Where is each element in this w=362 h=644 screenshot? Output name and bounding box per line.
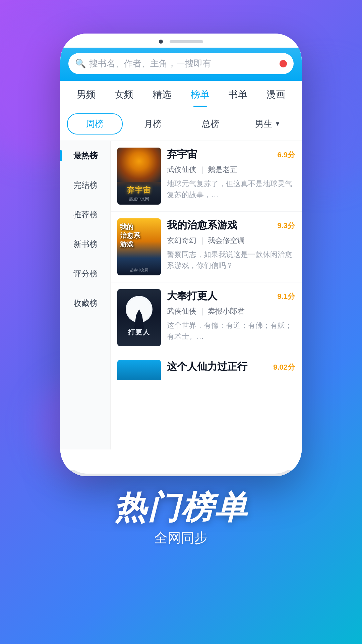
book-desc-2: 警察同志，如果我说这是一款休闲治愈系游戏，你们信吗？ (167, 249, 295, 271)
nav-tabs: 男频 女频 精选 榜单 书单 漫画 (60, 81, 302, 107)
search-record-button[interactable] (280, 60, 287, 67)
book-title-1: 弃宇宙 (167, 148, 197, 161)
sub-tabs: 周榜 月榜 总榜 男生 ▼ (60, 107, 302, 141)
book-title-row-2: 我的治愈系游戏 9.3分 (167, 218, 295, 232)
search-bar[interactable]: 🔍 搜书名、作者、主角，一搜即有 (68, 53, 294, 74)
book-list: 弃宇宙 起点中文网 弃宇宙 6.9分 武侠仙侠 ｜ (111, 141, 302, 449)
book-title-row-1: 弃宇宙 6.9分 (167, 148, 295, 161)
book-title-2: 我的治愈系游戏 (167, 218, 237, 232)
book-info-1: 弃宇宙 6.9分 武侠仙侠 ｜ 鹅是老五 地球元气复苏了，但这真不是地球灵气复苏… (167, 148, 295, 200)
tab-male-frequency[interactable]: 男频 (67, 81, 105, 107)
book-meta-2: 玄幻奇幻 ｜ 我会修空调 (167, 235, 295, 246)
book-desc-3: 这个世界，有儒；有道；有佛；有妖；有术士。… (167, 320, 295, 342)
book-item-2[interactable]: 我的治愈系游戏 起点中文网 我的治愈系游戏 9.3分 玄幻奇幻 ｜ (111, 212, 302, 282)
tab-featured[interactable]: 精选 (143, 81, 181, 107)
book-score-1: 6.9分 (277, 149, 295, 160)
book-cover-2: 我的治愈系游戏 起点中文网 (117, 218, 161, 275)
sub-tab-all-time[interactable]: 总榜 (183, 114, 238, 134)
search-placeholder: 搜书名、作者、主角，一搜即有 (89, 58, 276, 69)
book-meta-3: 武侠仙侠 ｜ 卖报小郎君 (167, 306, 295, 316)
book-cover-3: 打更人 (117, 289, 161, 346)
book-title-row-3: 大奉打更人 9.1分 (167, 289, 295, 303)
search-icon: 🔍 (75, 58, 86, 69)
book-item-4-partial[interactable]: 游侠 这个人仙力过正行 9.02分 (111, 353, 302, 380)
book-info-4: 这个人仙力过正行 9.02分 (167, 360, 295, 374)
book-score-2: 9.3分 (277, 220, 295, 231)
book-title-row-4: 这个人仙力过正行 9.02分 (167, 360, 295, 374)
banner-subtitle: 全网同步 (114, 529, 248, 547)
tab-booklist[interactable]: 书单 (219, 81, 257, 107)
sidebar-item-completed[interactable]: 完结榜 (60, 170, 110, 200)
sidebar-item-ratings[interactable]: 评分榜 (60, 259, 110, 288)
main-layout: 最热榜 完结榜 推荐榜 新书榜 评分榜 收藏榜 弃宇宙 起点中文网 (60, 141, 302, 449)
book-info-3: 大奉打更人 9.1分 武侠仙侠 ｜ 卖报小郎君 这个世界，有儒；有道；有佛；有妖… (167, 289, 295, 342)
sub-tab-male-dropdown[interactable]: 男生 ▼ (241, 118, 295, 130)
sidebar-item-hottest[interactable]: 最热榜 (60, 141, 110, 170)
sub-tab-weekly[interactable]: 周榜 (67, 113, 123, 135)
book-desc-1: 地球元气复苏了，但这真不是地球灵气复苏的故事，… (167, 178, 295, 200)
app-content: 🔍 搜书名、作者、主角，一搜即有 男频 女频 精选 榜单 书单 漫画 周榜 月榜… (60, 48, 302, 470)
book-score-4: 9.02分 (273, 362, 295, 372)
phone-camera (159, 40, 163, 44)
tab-comics[interactable]: 漫画 (257, 81, 295, 107)
tab-rankings[interactable]: 榜单 (181, 81, 219, 107)
sidebar: 最热榜 完结榜 推荐榜 新书榜 评分榜 收藏榜 (60, 141, 111, 449)
book-item-1[interactable]: 弃宇宙 起点中文网 弃宇宙 6.9分 武侠仙侠 ｜ (111, 141, 302, 212)
bottom-banner: 热门榜单 全网同步 (114, 476, 248, 554)
book-meta-1: 武侠仙侠 ｜ 鹅是老五 (167, 165, 295, 175)
search-bar-container: 🔍 搜书名、作者、主角，一搜即有 (60, 48, 302, 81)
dropdown-arrow-icon: ▼ (275, 120, 281, 127)
book-item-3[interactable]: 打更人 大奉打更人 9.1分 武侠仙侠 ｜ 卖报小郎君 (111, 282, 302, 353)
sidebar-item-favorites[interactable]: 收藏榜 (60, 288, 110, 318)
book-title-3: 大奉打更人 (167, 289, 217, 303)
sidebar-item-recommended[interactable]: 推荐榜 (60, 200, 110, 229)
sidebar-item-new-books[interactable]: 新书榜 (60, 229, 110, 259)
phone-frame: 🔍 搜书名、作者、主角，一搜即有 男频 女频 精选 榜单 书单 漫画 周榜 月榜… (60, 34, 302, 476)
sub-tab-monthly[interactable]: 月榜 (126, 114, 180, 134)
book-score-3: 9.1分 (277, 291, 295, 302)
book-title-4: 这个人仙力过正行 (167, 360, 247, 374)
phone-top-bar (60, 34, 302, 48)
tab-female-frequency[interactable]: 女频 (105, 81, 143, 107)
book-cover-1: 弃宇宙 起点中文网 (117, 148, 161, 205)
banner-title: 热门榜单 (114, 490, 248, 525)
book-info-2: 我的治愈系游戏 9.3分 玄幻奇幻 ｜ 我会修空调 警察同志，如果我说这是一款休… (167, 218, 295, 271)
book-cover-4: 游侠 (117, 360, 161, 380)
phone-speaker (170, 40, 203, 43)
